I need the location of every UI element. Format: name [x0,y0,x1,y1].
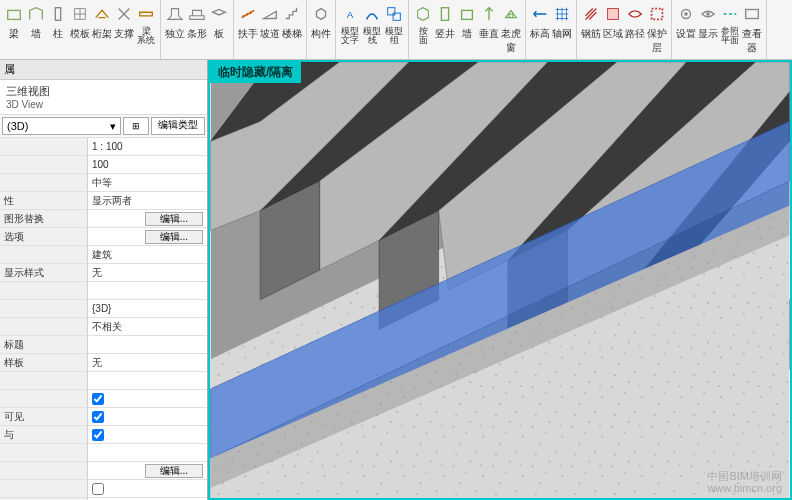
property-label [0,282,88,299]
edit-button[interactable]: 编辑... [145,464,203,478]
ribbon-label: 设置 [676,27,696,55]
property-value[interactable] [88,444,207,461]
ribbon-label: 模型线 [362,27,382,45]
column-icon[interactable] [48,2,68,26]
ramp-icon[interactable] [260,2,280,26]
property-row [0,372,207,390]
path-icon[interactable] [625,2,645,26]
property-value[interactable]: 100 [88,156,207,173]
panel-header: 属 [0,60,207,80]
grid-icon[interactable] [552,2,572,26]
edit-button[interactable]: 编辑... [145,230,203,244]
property-label [0,372,88,389]
set-icon[interactable] [676,2,696,26]
property-value[interactable]: 编辑... [88,228,207,245]
property-row: 与 [0,426,207,444]
cover-icon[interactable] [647,2,667,26]
property-value[interactable] [88,426,207,443]
ribbon-label: 查看器 [742,27,762,55]
property-value[interactable]: 建筑 [88,246,207,263]
ribbon-label: 钢筋 [581,27,601,55]
property-value[interactable]: 无 [88,354,207,371]
property-row: 标题 [0,336,207,354]
property-value[interactable]: 编辑... [88,462,207,479]
viewport-status-label: 临时隐藏/隔离 [210,62,301,83]
ribbon-label: 构件 [311,27,331,41]
property-row: 编辑... [0,462,207,480]
show-icon[interactable] [698,2,718,26]
property-row: 100 [0,156,207,174]
property-value[interactable] [88,282,207,299]
view-subtitle: 3D View [6,99,201,110]
wall3-icon[interactable] [457,2,477,26]
beam-icon[interactable] [136,2,156,26]
modeltext-icon[interactable]: A [340,2,360,26]
view-dropdown[interactable]: (3D) ▾ [2,117,121,135]
handrail-icon[interactable] [238,2,258,26]
property-checkbox[interactable] [92,411,104,423]
property-row: 建筑 [0,246,207,264]
property-label [0,480,88,497]
wall-icon[interactable] [4,2,24,26]
template-icon[interactable] [70,2,90,26]
ref-icon[interactable] [720,2,740,26]
property-value[interactable]: 无 [88,264,207,281]
stair-icon[interactable] [282,2,302,26]
3d-viewport[interactable]: 临时隐藏/隔离 [208,60,792,500]
property-checkbox[interactable] [92,393,104,405]
property-checkbox[interactable] [92,429,104,441]
property-row: 样板无 [0,354,207,372]
component-icon[interactable] [311,2,331,26]
ribbon-label: 楼梯 [282,27,302,41]
property-row: 显示样式无 [0,264,207,282]
frame-icon[interactable] [92,2,112,26]
ribbon-label: 支撑 [114,27,134,45]
level-icon[interactable] [530,2,550,26]
ribbon-label: 墙 [457,27,477,55]
property-row: {3D} [0,300,207,318]
ribbon-group: 梁墙柱模板桁架支撑梁系统 [0,0,161,59]
property-value[interactable] [88,408,207,425]
property-row [0,444,207,462]
rebar-icon[interactable] [581,2,601,26]
filter-button[interactable]: ⊞ [123,117,149,135]
indep-icon[interactable] [165,2,185,26]
shaft-icon[interactable] [435,2,455,26]
property-value[interactable]: 显示两者 [88,192,207,209]
property-row: 不相关 [0,318,207,336]
edit-type-button[interactable]: 编辑类型 [151,117,205,135]
view-title: 三维视图 [6,84,201,99]
property-value[interactable] [88,372,207,389]
property-value[interactable]: 不相关 [88,318,207,335]
property-value[interactable]: 1 : 100 [88,138,207,155]
property-value[interactable]: {3D} [88,300,207,317]
property-label: 图形替换 [0,210,88,227]
property-value[interactable] [88,480,207,497]
property-label [0,174,88,191]
ribbon-label: 保护层 [647,27,667,55]
property-label [0,390,88,407]
wall2-icon[interactable] [26,2,46,26]
property-checkbox[interactable] [92,483,104,495]
area-icon[interactable] [603,2,623,26]
face-icon[interactable] [413,2,433,26]
property-value[interactable] [88,336,207,353]
strip-icon[interactable] [187,2,207,26]
svg-point-10 [684,12,688,16]
brace-icon[interactable] [114,2,134,26]
svg-rect-12 [746,10,759,19]
vertical-icon[interactable] [479,2,499,26]
modelgroup-icon[interactable] [384,2,404,26]
modelline-icon[interactable] [362,2,382,26]
ribbon-group: 钢筋区域路径保护层 [577,0,672,59]
property-value[interactable] [88,390,207,407]
ribbon-label: 柱 [48,27,68,45]
slab-icon[interactable] [209,2,229,26]
property-value[interactable]: 中等 [88,174,207,191]
edit-button[interactable]: 编辑... [145,212,203,226]
property-row: 可见 [0,408,207,426]
dormer-icon[interactable] [501,2,521,26]
property-value[interactable]: 编辑... [88,210,207,227]
viewer-icon[interactable] [742,2,762,26]
property-row: 图形替换编辑... [0,210,207,228]
